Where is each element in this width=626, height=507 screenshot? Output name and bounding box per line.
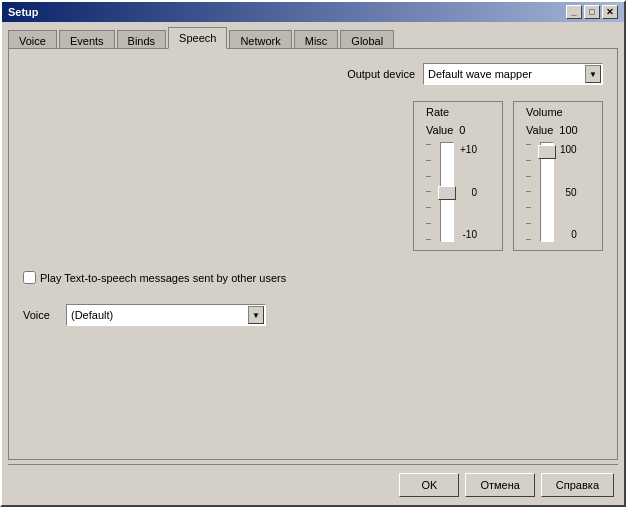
- cancel-button[interactable]: Отмена: [465, 473, 534, 497]
- voice-select[interactable]: (Default): [66, 304, 266, 326]
- rate-slider-track[interactable]: [440, 142, 454, 242]
- volume-labels: 100 50 0: [560, 142, 577, 242]
- voice-select-wrapper: (Default) ▼: [66, 304, 266, 326]
- volume-tick-1: [526, 144, 531, 145]
- volume-label-max: 100: [560, 144, 577, 155]
- rate-value-label: Value: [426, 124, 453, 136]
- tab-speech[interactable]: Speech: [168, 27, 227, 49]
- tab-global[interactable]: Global: [340, 30, 394, 50]
- volume-label-mid: 50: [560, 187, 577, 198]
- tab-voice[interactable]: Voice: [8, 30, 57, 50]
- rate-tick-1: [426, 144, 431, 145]
- rate-value: 0: [459, 124, 465, 136]
- tab-network[interactable]: Network: [229, 30, 291, 50]
- volume-value-row: Value 100: [526, 124, 590, 136]
- volume-group-title: Volume: [526, 106, 590, 118]
- title-bar-controls: _ □ ✕: [566, 5, 618, 19]
- volume-slider-thumb[interactable]: [538, 145, 556, 159]
- volume-value: 100: [559, 124, 577, 136]
- tab-misc[interactable]: Misc: [294, 30, 339, 50]
- rate-tick-4: [426, 191, 431, 192]
- tab-events[interactable]: Events: [59, 30, 115, 50]
- tts-checkbox[interactable]: [23, 271, 36, 284]
- rate-group-title: Rate: [426, 106, 490, 118]
- tab-bar: Voice Events Binds Speech Network Misc G…: [8, 26, 618, 48]
- volume-tick-4: [526, 191, 531, 192]
- window-title: Setup: [8, 6, 39, 18]
- volume-slider-container: 100 50 0: [526, 142, 590, 242]
- rate-slider-thumb[interactable]: [438, 186, 456, 200]
- rate-group: Rate Value 0: [413, 101, 503, 251]
- ok-button[interactable]: OK: [399, 473, 459, 497]
- tts-section: Play Text-to-speech messages sent by oth…: [23, 271, 603, 284]
- rate-tick-3: [426, 176, 431, 177]
- volume-tick-3: [526, 176, 531, 177]
- volume-tick-5: [526, 207, 531, 208]
- volume-tick-7: [526, 239, 531, 240]
- sliders-area: Rate Value 0: [23, 101, 603, 251]
- tts-checkbox-wrapper: Play Text-to-speech messages sent by oth…: [23, 271, 286, 284]
- rate-label-min: -10: [460, 229, 477, 240]
- rate-tick-7: [426, 239, 431, 240]
- voice-section: Voice (Default) ▼: [23, 304, 603, 326]
- rate-slider-container: +10 0 -10: [426, 142, 490, 242]
- maximize-button[interactable]: □: [584, 5, 600, 19]
- volume-label-min: 0: [560, 229, 577, 240]
- content-area: Voice Events Binds Speech Network Misc G…: [2, 22, 624, 464]
- volume-tick-marks: [526, 142, 534, 242]
- close-button[interactable]: ✕: [602, 5, 618, 19]
- volume-tick-6: [526, 223, 531, 224]
- tab-binds[interactable]: Binds: [117, 30, 167, 50]
- rate-tick-2: [426, 160, 431, 161]
- rate-value-row: Value 0: [426, 124, 490, 136]
- rate-tick-marks: [426, 142, 434, 242]
- volume-group: Volume Value 100: [513, 101, 603, 251]
- setup-window: Setup _ □ ✕ Voice Events Binds Speech Ne…: [0, 0, 626, 507]
- rate-label-max: +10: [460, 144, 477, 155]
- output-device-label: Output device: [347, 68, 415, 80]
- rate-tick-5: [426, 207, 431, 208]
- output-device-select[interactable]: Default wave mapper: [423, 63, 603, 85]
- volume-slider-track[interactable]: [540, 142, 554, 242]
- volume-tick-2: [526, 160, 531, 161]
- help-button[interactable]: Справка: [541, 473, 614, 497]
- output-device-row: Output device Default wave mapper ▼: [23, 63, 603, 85]
- tab-panel-speech: Output device Default wave mapper ▼ Rate…: [8, 48, 618, 460]
- rate-tick-6: [426, 223, 431, 224]
- title-bar: Setup _ □ ✕: [2, 2, 624, 22]
- minimize-button[interactable]: _: [566, 5, 582, 19]
- rate-label-mid: 0: [460, 187, 477, 198]
- rate-labels: +10 0 -10: [460, 142, 477, 242]
- output-device-select-wrapper: Default wave mapper ▼: [423, 63, 603, 85]
- voice-label: Voice: [23, 309, 58, 321]
- volume-value-label: Value: [526, 124, 553, 136]
- button-bar: OK Отмена Справка: [2, 465, 624, 505]
- tts-label[interactable]: Play Text-to-speech messages sent by oth…: [40, 272, 286, 284]
